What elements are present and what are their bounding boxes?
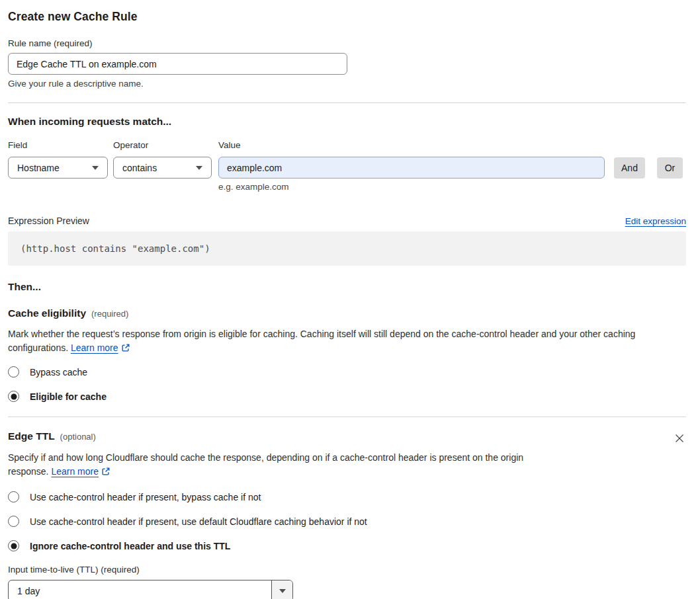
- cache-eligibility-learn-more-link[interactable]: Learn more: [71, 342, 118, 353]
- edge-ttl-title: Edge TTL: [8, 430, 55, 442]
- ttl-select-value: 1 day: [9, 580, 271, 599]
- rule-name-input[interactable]: [8, 53, 347, 75]
- cache-eligibility-qualifier: (required): [91, 309, 128, 319]
- radio-label: Use cache-control header if present, byp…: [30, 492, 261, 502]
- section-divider: [8, 417, 686, 417]
- field-label: Field: [8, 140, 113, 150]
- operator-label: Operator: [113, 140, 218, 150]
- radio-use-header-default[interactable]: Use cache-control header if present, use…: [8, 516, 686, 527]
- edge-ttl-heading: Edge TTL (optional): [8, 430, 686, 445]
- value-hint: e.g. example.com: [218, 182, 686, 192]
- expression-text: (http.host contains "example.com"): [21, 243, 210, 254]
- field-select-value: Hostname: [17, 163, 60, 173]
- chevron-down-icon: [279, 589, 286, 593]
- chevron-down-icon: [92, 166, 99, 170]
- page-title: Create new Cache Rule: [8, 10, 686, 24]
- radio-bypass-cache[interactable]: Bypass cache: [8, 366, 686, 378]
- ttl-input-label: Input time-to-live (TTL) (required): [8, 565, 686, 575]
- match-heading: When incoming requests match...: [8, 116, 686, 128]
- expression-preview-row: Expression Preview Edit expression: [8, 216, 686, 226]
- radio-label: Eligible for cache: [30, 391, 107, 402]
- field-select[interactable]: Hostname: [8, 157, 108, 179]
- builder-labels: Field Operator Value: [8, 140, 686, 150]
- radio-label: Use cache-control header if present, use…: [30, 516, 367, 527]
- radio-icon: [8, 491, 19, 502]
- value-label: Value: [218, 140, 241, 150]
- create-cache-rule-form: Create new Cache Rule Rule name (require…: [0, 0, 700, 599]
- external-link-icon: [121, 342, 130, 356]
- builder-row: Hostname contains And Or: [8, 157, 686, 179]
- cache-eligibility-description: Mark whether the request’s response from…: [8, 327, 686, 356]
- cache-eligibility-title: Cache eligibility: [8, 307, 86, 319]
- close-icon[interactable]: [673, 432, 686, 445]
- radio-eligible-for-cache[interactable]: Eligible for cache: [8, 391, 686, 402]
- expression-preview-box: (http.host contains "example.com"): [8, 231, 686, 266]
- external-link-icon: [101, 466, 110, 480]
- edit-expression-link[interactable]: Edit expression: [625, 216, 686, 226]
- chevron-down-icon: [196, 166, 202, 170]
- edge-ttl-learn-more-link[interactable]: Learn more: [51, 466, 99, 477]
- operator-select[interactable]: contains: [113, 157, 212, 179]
- value-input[interactable]: [218, 157, 605, 179]
- ttl-dropdown-button[interactable]: [271, 580, 292, 599]
- edge-ttl-description: Specify if and how long Cloudflare shoul…: [8, 451, 557, 480]
- rule-name-label: Rule name (required): [8, 38, 686, 48]
- radio-label: Bypass cache: [30, 367, 87, 378]
- rule-name-help: Give your rule a descriptive name.: [8, 79, 686, 89]
- radio-icon: [8, 366, 19, 378]
- ttl-select[interactable]: 1 day: [8, 580, 293, 599]
- radio-label: Ignore cache-control header and use this…: [30, 541, 230, 551]
- radio-use-header-bypass[interactable]: Use cache-control header if present, byp…: [8, 491, 686, 502]
- radio-icon-checked: [8, 391, 19, 402]
- then-heading: Then...: [8, 281, 686, 293]
- section-divider: [8, 102, 686, 103]
- edge-ttl-qualifier: (optional): [60, 432, 96, 442]
- cache-eligibility-heading: Cache eligibility (required): [8, 307, 686, 319]
- radio-icon-checked: [8, 540, 19, 551]
- radio-ignore-header-use-ttl[interactable]: Ignore cache-control header and use this…: [8, 540, 686, 551]
- radio-icon: [8, 516, 19, 527]
- or-button[interactable]: Or: [657, 157, 683, 179]
- operator-select-value: contains: [122, 163, 157, 173]
- expression-preview-label: Expression Preview: [8, 216, 89, 226]
- and-button[interactable]: And: [614, 157, 645, 179]
